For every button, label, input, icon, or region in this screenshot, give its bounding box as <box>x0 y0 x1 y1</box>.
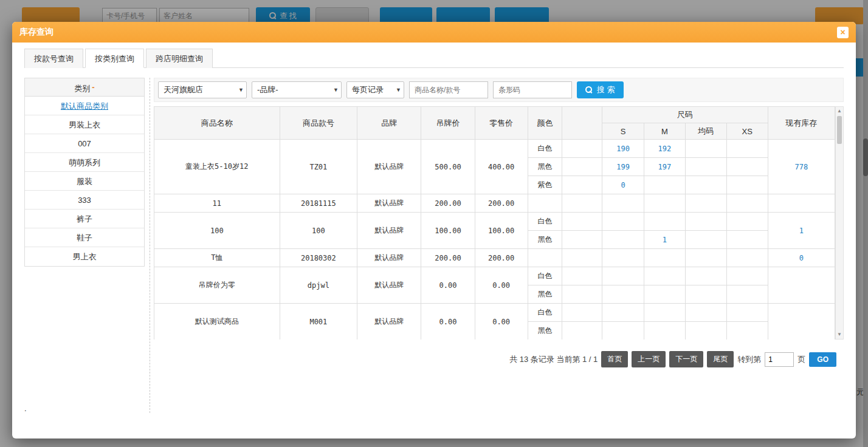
size-qty-cell <box>685 194 726 213</box>
product-name-cell: 100 <box>154 213 280 249</box>
color-cell <box>528 194 562 213</box>
close-icon[interactable]: × <box>837 27 849 38</box>
size-qty-cell <box>685 176 726 194</box>
size-qty-cell <box>685 267 726 285</box>
size-qty-cell <box>685 322 726 340</box>
brand-cell: 默认品牌 <box>357 249 421 267</box>
size-qty-cell <box>602 213 644 231</box>
col-header-style: 商品款号 <box>280 107 357 140</box>
size-qty-cell <box>602 194 644 213</box>
brand-cell: 默认品牌 <box>357 213 421 249</box>
sidebar-item[interactable]: 男上衣 <box>25 247 144 266</box>
collapse-icon[interactable]: - <box>92 83 94 92</box>
size-qty-cell <box>726 176 768 194</box>
tab-1[interactable]: 按款号查询 <box>24 49 83 68</box>
tab-3[interactable]: 跨店明细查询 <box>146 49 213 68</box>
size-qty-cell <box>562 213 602 231</box>
stock-cell <box>768 194 835 213</box>
store-select-value: 天河旗舰店 <box>164 84 203 95</box>
color-cell: 黑色 <box>528 322 562 340</box>
tab-2[interactable]: 按类别查询 <box>85 49 144 68</box>
col-header-tag-price: 吊牌价 <box>421 107 475 140</box>
brand-cell: 默认品牌 <box>357 304 421 340</box>
last-page-button[interactable]: 尾页 <box>707 351 734 367</box>
sidebar-item[interactable]: 裤子 <box>25 210 144 228</box>
brand-select[interactable]: -品牌- ▼ <box>252 81 342 98</box>
search-icon <box>585 86 593 94</box>
size-qty-cell <box>562 231 602 249</box>
size-qty-cell <box>602 249 644 267</box>
chevron-down-icon: ▼ <box>328 87 339 93</box>
category-header[interactable]: 类别- <box>25 78 144 97</box>
modal-titlebar: 库存查询 × <box>12 22 856 43</box>
size-qty-cell <box>644 267 686 285</box>
prev-page-button[interactable]: 上一页 <box>632 351 666 367</box>
inventory-table: 商品名称商品款号品牌吊牌价零售价颜色尺码现有库存SM均码XS童装上衣5-10岁1… <box>154 106 835 340</box>
category-sidebar: 类别- 默认商品类别男装上衣007萌萌系列服装333裤子鞋子男上衣 <box>24 78 145 267</box>
brand-cell: 默认品牌 <box>357 194 421 213</box>
col-header-name: 商品名称 <box>154 107 280 140</box>
sidebar-item[interactable]: 鞋子 <box>25 228 144 247</box>
col-header-size: M <box>644 123 686 140</box>
table-scrollbar[interactable]: ▲ ▼ <box>835 106 844 340</box>
table-row: 默认测试商品M001默认品牌0.000.00白色 <box>154 304 835 322</box>
first-page-button[interactable]: 首页 <box>601 351 628 367</box>
size-qty-cell <box>726 285 768 304</box>
size-qty-cell <box>685 249 726 267</box>
product-name-input[interactable] <box>409 81 488 98</box>
size-qty-cell: 197 <box>644 158 686 176</box>
goto-page-input[interactable] <box>765 352 794 367</box>
scroll-up-icon[interactable]: ▲ <box>836 107 843 115</box>
size-qty-cell <box>562 267 602 285</box>
sidebar-item[interactable]: 333 <box>25 191 144 210</box>
sidebar-item[interactable]: 萌萌系列 <box>25 153 144 172</box>
size-qty-cell <box>562 176 602 194</box>
size-qty-cell <box>726 194 768 213</box>
style-no-cell: M001 <box>280 304 357 340</box>
category-header-label: 类别 <box>74 84 90 93</box>
style-no-cell: 20180302 <box>280 249 357 267</box>
panel-divider <box>150 78 150 413</box>
scroll-down-icon[interactable]: ▼ <box>836 330 843 339</box>
pagesize-select-value: 每页记录 <box>352 84 384 95</box>
size-qty-cell <box>562 304 602 322</box>
stock-cell <box>768 304 835 340</box>
barcode-input[interactable] <box>493 81 572 98</box>
table-scrollbar-thumb[interactable] <box>837 116 842 144</box>
pagesize-select[interactable]: 每页记录 ▼ <box>346 81 404 98</box>
size-qty-cell <box>726 231 768 249</box>
size-qty-cell: 192 <box>644 140 686 158</box>
size-qty-cell <box>685 158 726 176</box>
style-no-cell: TZ01 <box>280 140 357 194</box>
size-qty-cell <box>562 140 602 158</box>
style-no-cell: dpjwl <box>280 267 357 304</box>
sidebar-item[interactable]: 服装 <box>25 172 144 191</box>
go-button[interactable]: GO <box>809 352 836 367</box>
table-row: 100100默认品牌100.00100.00白色1 <box>154 213 835 231</box>
tab-bar: 按款号查询按类别查询跨店明细查询 <box>24 49 844 68</box>
size-qty-cell <box>726 304 768 322</box>
size-qty-cell <box>644 285 686 304</box>
size-qty-cell <box>602 267 644 285</box>
table-row: 1120181115默认品牌200.00200.00 <box>154 194 835 213</box>
size-qty-cell <box>562 285 602 304</box>
size-qty-cell <box>685 285 726 304</box>
sidebar-item[interactable]: 男装上衣 <box>25 115 144 134</box>
retail-price-cell: 0.00 <box>475 267 528 304</box>
search-button[interactable]: 搜 索 <box>577 81 624 98</box>
color-cell: 黑色 <box>528 285 562 304</box>
next-page-button[interactable]: 下一页 <box>669 351 703 367</box>
store-select[interactable]: 天河旗舰店 ▼ <box>158 81 247 98</box>
inventory-query-modal: 库存查询 × 按款号查询按类别查询跨店明细查询 类别- 默认商品类别男装上衣00… <box>12 22 856 438</box>
col-header-size-group: 尺码 <box>602 107 768 123</box>
size-qty-cell <box>685 140 726 158</box>
tag-price-cell: 200.00 <box>421 194 475 213</box>
pagination: 共 13 条记录 当前第 1 / 1 首页 上一页 下一页 尾页 转到第 页 G… <box>154 351 844 367</box>
size-qty-cell <box>644 176 686 194</box>
sidebar-item[interactable]: 默认商品类别 <box>25 97 144 115</box>
col-header-size: 均码 <box>685 123 726 140</box>
query-panel: 天河旗舰店 ▼ -品牌- ▼ 每页记录 ▼ 搜 索 <box>154 78 844 413</box>
sidebar-item[interactable]: 007 <box>25 134 144 153</box>
search-button-label: 搜 索 <box>597 84 615 95</box>
size-qty-cell <box>562 158 602 176</box>
